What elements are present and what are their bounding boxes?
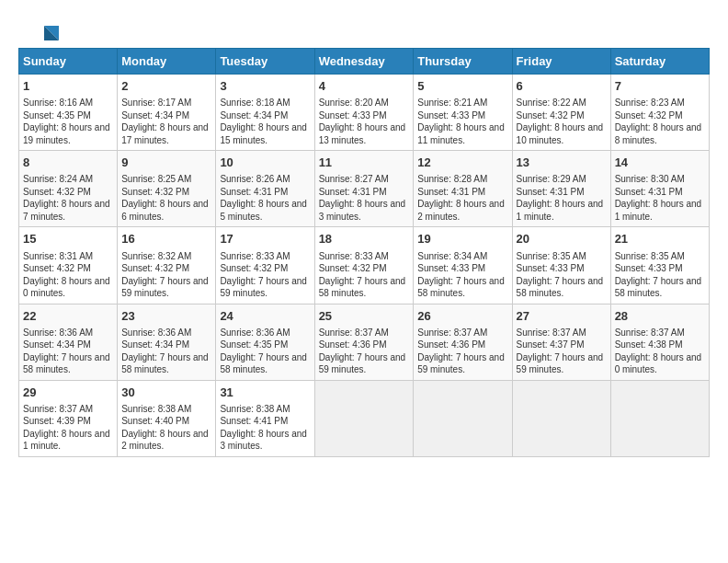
- calendar-cell: [314, 380, 414, 456]
- day-info: Sunrise: 8:24 AMSunset: 4:32 PMDaylight:…: [23, 173, 113, 223]
- day-number: 13: [517, 155, 607, 171]
- day-number: 8: [23, 155, 113, 171]
- day-number: 23: [121, 308, 211, 325]
- day-info: Sunrise: 8:38 AMSunset: 4:40 PMDaylight:…: [121, 403, 211, 453]
- calendar-cell: 9Sunrise: 8:25 AMSunset: 4:32 PMDaylight…: [118, 151, 216, 227]
- day-number: 16: [121, 231, 211, 247]
- day-number: 28: [615, 308, 705, 325]
- calendar-cell: [610, 380, 709, 456]
- day-info: Sunrise: 8:17 AMSunset: 4:34 PMDaylight:…: [121, 97, 211, 146]
- day-number: 4: [319, 78, 410, 95]
- day-number: 30: [121, 385, 211, 401]
- calendar-cell: 25Sunrise: 8:37 AMSunset: 4:36 PMDayligh…: [314, 304, 414, 380]
- calendar-cell: 4Sunrise: 8:20 AMSunset: 4:33 PMDaylight…: [314, 75, 414, 151]
- calendar-body: 1Sunrise: 8:16 AMSunset: 4:35 PMDaylight…: [19, 75, 710, 457]
- day-number: 15: [23, 231, 113, 247]
- calendar-cell: 20Sunrise: 8:35 AMSunset: 4:33 PMDayligh…: [512, 227, 610, 304]
- calendar-cell: 8Sunrise: 8:24 AMSunset: 4:32 PMDaylight…: [19, 151, 118, 227]
- calendar-cell: 22Sunrise: 8:36 AMSunset: 4:34 PMDayligh…: [19, 304, 118, 380]
- calendar-cell: 10Sunrise: 8:26 AMSunset: 4:31 PMDayligh…: [216, 151, 314, 227]
- calendar-cell: [512, 380, 610, 456]
- day-number: 20: [517, 231, 607, 247]
- calendar-cell: 15Sunrise: 8:31 AMSunset: 4:32 PMDayligh…: [19, 227, 118, 304]
- calendar-table: SundayMondayTuesdayWednesdayThursdayFrid…: [18, 48, 710, 457]
- calendar-cell: 2Sunrise: 8:17 AMSunset: 4:34 PMDaylight…: [118, 75, 216, 151]
- day-info: Sunrise: 8:30 AMSunset: 4:31 PMDaylight:…: [615, 173, 705, 223]
- calendar-cell: 1Sunrise: 8:16 AMSunset: 4:35 PMDaylight…: [19, 75, 118, 151]
- calendar-cell: 12Sunrise: 8:28 AMSunset: 4:31 PMDayligh…: [414, 151, 512, 227]
- day-info: Sunrise: 8:32 AMSunset: 4:32 PMDaylight:…: [121, 250, 211, 300]
- day-info: Sunrise: 8:36 AMSunset: 4:34 PMDaylight:…: [121, 327, 211, 376]
- calendar-cell: 21Sunrise: 8:35 AMSunset: 4:33 PMDayligh…: [610, 227, 709, 304]
- calendar-cell: 30Sunrise: 8:38 AMSunset: 4:40 PMDayligh…: [118, 380, 216, 456]
- calendar-cell: 6Sunrise: 8:22 AMSunset: 4:32 PMDaylight…: [512, 75, 610, 151]
- calendar-cell: 5Sunrise: 8:21 AMSunset: 4:33 PMDaylight…: [414, 75, 512, 151]
- day-info: Sunrise: 8:20 AMSunset: 4:33 PMDaylight:…: [319, 97, 410, 146]
- day-info: Sunrise: 8:35 AMSunset: 4:33 PMDaylight:…: [615, 250, 705, 300]
- logo-icon: [22, 18, 59, 55]
- day-info: Sunrise: 8:36 AMSunset: 4:34 PMDaylight:…: [23, 327, 113, 376]
- day-header-friday: Friday: [512, 49, 610, 75]
- day-info: Sunrise: 8:37 AMSunset: 4:36 PMDaylight:…: [319, 327, 410, 376]
- calendar-cell: 23Sunrise: 8:36 AMSunset: 4:34 PMDayligh…: [118, 304, 216, 380]
- calendar-cell: 31Sunrise: 8:38 AMSunset: 4:41 PMDayligh…: [216, 380, 314, 456]
- day-number: 7: [615, 78, 705, 95]
- day-info: Sunrise: 8:36 AMSunset: 4:35 PMDaylight:…: [220, 327, 310, 376]
- page-header: [18, 18, 710, 39]
- day-number: 10: [220, 155, 310, 171]
- day-number: 17: [220, 231, 310, 247]
- day-header-tuesday: Tuesday: [216, 49, 314, 75]
- day-number: 9: [121, 155, 211, 171]
- calendar-cell: 19Sunrise: 8:34 AMSunset: 4:33 PMDayligh…: [414, 227, 512, 304]
- calendar-cell: 29Sunrise: 8:37 AMSunset: 4:39 PMDayligh…: [19, 380, 118, 456]
- day-info: Sunrise: 8:28 AMSunset: 4:31 PMDaylight:…: [417, 173, 507, 223]
- day-info: Sunrise: 8:37 AMSunset: 4:36 PMDaylight:…: [417, 327, 507, 376]
- day-info: Sunrise: 8:29 AMSunset: 4:31 PMDaylight:…: [517, 173, 607, 223]
- day-number: 11: [319, 155, 410, 171]
- day-number: 27: [517, 308, 607, 325]
- day-number: 22: [23, 308, 113, 325]
- calendar-header-row: SundayMondayTuesdayWednesdayThursdayFrid…: [19, 49, 710, 75]
- calendar-week-3: 15Sunrise: 8:31 AMSunset: 4:32 PMDayligh…: [19, 227, 710, 304]
- calendar-week-1: 1Sunrise: 8:16 AMSunset: 4:35 PMDaylight…: [19, 75, 710, 151]
- day-number: 19: [417, 231, 507, 247]
- day-info: Sunrise: 8:25 AMSunset: 4:32 PMDaylight:…: [121, 173, 211, 223]
- day-info: Sunrise: 8:21 AMSunset: 4:33 PMDaylight:…: [417, 97, 507, 146]
- day-info: Sunrise: 8:16 AMSunset: 4:35 PMDaylight:…: [23, 97, 113, 146]
- day-info: Sunrise: 8:34 AMSunset: 4:33 PMDaylight:…: [417, 250, 507, 300]
- day-info: Sunrise: 8:23 AMSunset: 4:32 PMDaylight:…: [615, 97, 705, 146]
- day-number: 31: [220, 385, 310, 401]
- day-number: 6: [517, 78, 607, 95]
- day-info: Sunrise: 8:27 AMSunset: 4:31 PMDaylight:…: [319, 173, 410, 223]
- day-info: Sunrise: 8:31 AMSunset: 4:32 PMDaylight:…: [23, 250, 113, 300]
- day-info: Sunrise: 8:37 AMSunset: 4:38 PMDaylight:…: [615, 327, 705, 376]
- day-number: 26: [417, 308, 507, 325]
- day-number: 18: [319, 231, 410, 247]
- calendar-cell: 7Sunrise: 8:23 AMSunset: 4:32 PMDaylight…: [610, 75, 709, 151]
- day-header-monday: Monday: [118, 49, 216, 75]
- calendar-cell: 14Sunrise: 8:30 AMSunset: 4:31 PMDayligh…: [610, 151, 709, 227]
- day-number: 5: [417, 78, 507, 95]
- day-info: Sunrise: 8:38 AMSunset: 4:41 PMDaylight:…: [220, 403, 310, 453]
- calendar-cell: 11Sunrise: 8:27 AMSunset: 4:31 PMDayligh…: [314, 151, 414, 227]
- day-info: Sunrise: 8:18 AMSunset: 4:34 PMDaylight:…: [220, 97, 310, 146]
- calendar-cell: 26Sunrise: 8:37 AMSunset: 4:36 PMDayligh…: [414, 304, 512, 380]
- calendar-cell: 16Sunrise: 8:32 AMSunset: 4:32 PMDayligh…: [118, 227, 216, 304]
- day-info: Sunrise: 8:33 AMSunset: 4:32 PMDaylight:…: [220, 250, 310, 300]
- day-header-wednesday: Wednesday: [314, 49, 414, 75]
- day-info: Sunrise: 8:35 AMSunset: 4:33 PMDaylight:…: [517, 250, 607, 300]
- day-number: 1: [23, 78, 113, 95]
- day-header-saturday: Saturday: [610, 49, 709, 75]
- day-number: 12: [417, 155, 507, 171]
- calendar-cell: [414, 380, 512, 456]
- day-number: 2: [121, 78, 211, 95]
- day-info: Sunrise: 8:22 AMSunset: 4:32 PMDaylight:…: [517, 97, 607, 146]
- day-number: 24: [220, 308, 310, 325]
- day-info: Sunrise: 8:37 AMSunset: 4:39 PMDaylight:…: [23, 403, 113, 453]
- day-header-thursday: Thursday: [414, 49, 512, 75]
- day-number: 21: [615, 231, 705, 247]
- calendar-cell: 28Sunrise: 8:37 AMSunset: 4:38 PMDayligh…: [610, 304, 709, 380]
- calendar-week-4: 22Sunrise: 8:36 AMSunset: 4:34 PMDayligh…: [19, 304, 710, 380]
- calendar-cell: 24Sunrise: 8:36 AMSunset: 4:35 PMDayligh…: [216, 304, 314, 380]
- calendar-cell: 27Sunrise: 8:37 AMSunset: 4:37 PMDayligh…: [512, 304, 610, 380]
